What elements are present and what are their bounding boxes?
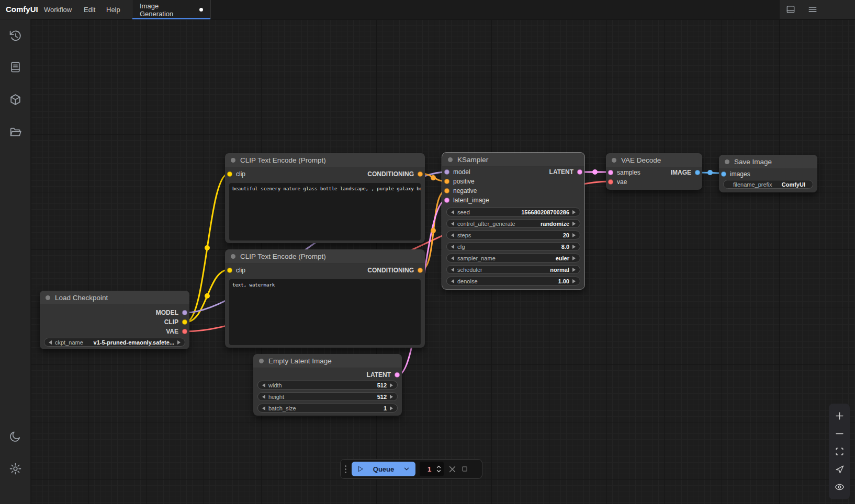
node-load-checkpoint[interactable]: Load Checkpoint MODEL CLIP VAE ckpt_name…	[40, 291, 189, 349]
input-port-latent-image[interactable]	[444, 198, 449, 203]
collapse-dot-icon[interactable]	[46, 295, 50, 300]
output-port-conditioning[interactable]	[418, 171, 423, 177]
decrement-arrow-icon[interactable]	[49, 340, 52, 345]
prompt-textarea[interactable]: text, watermark	[229, 279, 421, 345]
menu-help[interactable]: Help	[106, 6, 120, 14]
decrement-arrow-icon[interactable]	[262, 406, 265, 410]
clear-queue-x-icon[interactable]	[448, 465, 457, 474]
output-port-vae[interactable]	[182, 329, 187, 334]
collapse-dot-icon[interactable]	[725, 159, 729, 164]
decrement-arrow-icon[interactable]	[451, 245, 454, 249]
decrement-arrow-icon[interactable]	[262, 395, 265, 399]
menu-workflow[interactable]: Workflow	[44, 6, 72, 14]
input-port-negative[interactable]	[444, 188, 449, 193]
app-logo[interactable]: ComfyUI	[6, 5, 38, 14]
node-library-icon[interactable]	[9, 93, 22, 106]
node-header[interactable]: CLIP Text Encode (Prompt)	[225, 153, 425, 167]
node-header[interactable]: Save Image	[719, 155, 817, 169]
widget-height[interactable]: height 512	[257, 392, 398, 401]
input-port-model[interactable]	[444, 169, 449, 175]
node-header[interactable]: KSampler	[442, 153, 584, 167]
drag-handle-icon[interactable]	[345, 465, 346, 473]
theme-toggle-moon-icon[interactable]	[9, 430, 22, 443]
fit-view-icon[interactable]	[835, 446, 845, 456]
node-clip-text-encode-negative[interactable]: CLIP Text Encode (Prompt) clip CONDITION…	[225, 249, 425, 348]
increment-arrow-icon[interactable]	[572, 210, 576, 214]
node-header[interactable]: CLIP Text Encode (Prompt)	[225, 249, 425, 264]
stop-icon[interactable]	[461, 465, 468, 473]
output-port-latent[interactable]	[395, 372, 400, 377]
history-icon[interactable]	[9, 29, 22, 42]
widget-denoise[interactable]: denoise 1.00	[446, 277, 580, 285]
output-port-latent[interactable]	[577, 169, 582, 175]
input-port-vae[interactable]	[608, 179, 613, 185]
widget-width[interactable]: width 512	[257, 381, 398, 390]
batch-count-value[interactable]: 1	[422, 465, 436, 473]
increment-arrow-icon[interactable]	[572, 222, 576, 226]
collapse-dot-icon[interactable]	[448, 157, 453, 162]
prompt-textarea[interactable]: beautiful scenery nature glass bottle la…	[229, 183, 421, 240]
decrement-arrow-icon[interactable]	[451, 268, 454, 272]
select-pointer-icon[interactable]	[835, 464, 845, 474]
output-port-clip[interactable]	[182, 319, 187, 325]
increment-arrow-icon[interactable]	[177, 340, 181, 345]
increment-arrow-icon[interactable]	[390, 406, 393, 410]
output-port-image[interactable]	[695, 170, 700, 175]
decrement-arrow-icon[interactable]	[451, 256, 454, 260]
batch-count-stepper[interactable]: 1	[420, 462, 444, 476]
node-header[interactable]: VAE Decode	[606, 153, 702, 167]
settings-gear-icon[interactable]	[9, 462, 22, 475]
zoom-in-icon[interactable]	[835, 411, 845, 421]
increment-arrow-icon[interactable]	[572, 279, 576, 283]
widget-seed[interactable]: seed 156680208700286	[446, 208, 580, 216]
widget-batch-size[interactable]: batch_size 1	[257, 404, 398, 413]
queue-log-icon[interactable]	[9, 61, 22, 74]
input-port-samples[interactable]	[608, 170, 613, 175]
zoom-out-icon[interactable]	[835, 429, 845, 439]
collapse-dot-icon[interactable]	[231, 158, 235, 163]
widget-ckpt-name[interactable]: ckpt_name v1-5-pruned-emaonly.safete...	[44, 338, 185, 347]
queue-button[interactable]: Queue	[352, 462, 415, 476]
decrement-arrow-icon[interactable]	[451, 222, 454, 226]
widget-scheduler[interactable]: scheduler normal	[446, 265, 580, 274]
chevron-down-icon[interactable]	[403, 465, 410, 473]
stepper-up-icon[interactable]	[436, 465, 441, 468]
collapse-dot-icon[interactable]	[231, 254, 235, 259]
input-port-clip[interactable]	[227, 171, 232, 177]
workflows-folder-icon[interactable]	[9, 125, 22, 139]
node-header[interactable]: Load Checkpoint	[40, 291, 189, 305]
collapse-dot-icon[interactable]	[259, 359, 264, 363]
output-port-conditioning[interactable]	[418, 268, 423, 273]
increment-arrow-icon[interactable]	[572, 256, 576, 260]
widget-control-after-generate[interactable]: control_after_generate randomize	[446, 219, 580, 228]
widget-steps[interactable]: steps 20	[446, 231, 580, 239]
widget-filename-prefix[interactable]: filename_prefix ComfyUI	[723, 180, 813, 189]
node-clip-text-encode-positive[interactable]: CLIP Text Encode (Prompt) clip CONDITION…	[225, 153, 425, 243]
toggle-link-visibility-eye-icon[interactable]	[835, 482, 845, 492]
decrement-arrow-icon[interactable]	[451, 279, 454, 283]
node-ksampler[interactable]: KSampler model LATENT positive negative …	[442, 153, 584, 289]
collapse-dot-icon[interactable]	[612, 158, 616, 163]
increment-arrow-icon[interactable]	[390, 383, 393, 387]
decrement-arrow-icon[interactable]	[262, 383, 265, 387]
increment-arrow-icon[interactable]	[390, 395, 393, 399]
menu-edit[interactable]: Edit	[84, 6, 95, 14]
stepper-down-icon[interactable]	[436, 469, 441, 473]
input-port-positive[interactable]	[444, 179, 449, 184]
widget-cfg[interactable]: cfg 8.0	[446, 242, 580, 251]
input-port-clip[interactable]	[227, 268, 232, 273]
input-port-images[interactable]	[721, 171, 726, 177]
node-save-image[interactable]: Save Image images filename_prefix ComfyU…	[719, 155, 817, 192]
increment-arrow-icon[interactable]	[572, 233, 576, 237]
node-empty-latent-image[interactable]: Empty Latent Image LATENT width 512 heig…	[253, 354, 402, 416]
tab-image-generation[interactable]: Image Generation	[132, 0, 211, 19]
node-vae-decode[interactable]: VAE Decode samples IMAGE vae	[606, 153, 702, 190]
node-header[interactable]: Empty Latent Image	[253, 354, 402, 368]
widget-sampler-name[interactable]: sampler_name euler	[446, 254, 580, 262]
decrement-arrow-icon[interactable]	[451, 210, 454, 214]
bottom-panel-toggle-icon[interactable]	[785, 4, 796, 15]
increment-arrow-icon[interactable]	[572, 245, 576, 249]
hamburger-menu-icon[interactable]	[807, 4, 818, 15]
increment-arrow-icon[interactable]	[572, 268, 576, 272]
decrement-arrow-icon[interactable]	[451, 233, 454, 237]
